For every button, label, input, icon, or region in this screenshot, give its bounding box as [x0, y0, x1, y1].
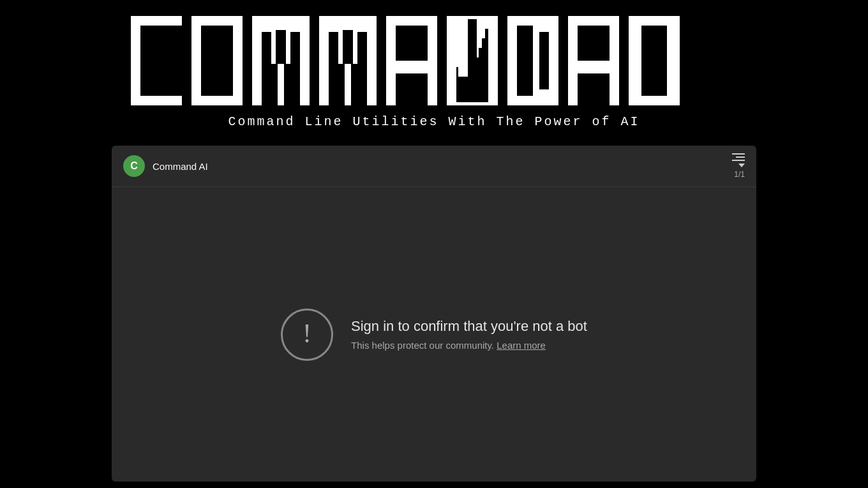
svg-rect-36 — [468, 19, 477, 102]
svg-rect-18 — [276, 30, 286, 64]
svg-rect-26 — [396, 73, 428, 105]
svg-rect-25 — [396, 26, 428, 61]
svg-rect-9 — [140, 26, 182, 57]
main-panel: C Command AI 1/1 ! Sign in to confirm th… — [112, 146, 756, 482]
warning-circle: ! — [281, 309, 333, 361]
avatar: C — [123, 155, 145, 177]
menu-icon[interactable] — [732, 153, 745, 167]
svg-rect-23 — [343, 30, 353, 64]
panel-header: C Command AI 1/1 — [112, 146, 756, 187]
learn-more-link[interactable]: Learn more — [497, 340, 546, 351]
svg-rect-40 — [539, 32, 549, 89]
page-count: 1/1 — [734, 170, 745, 179]
signin-prompt: ! Sign in to confirm that you're not a b… — [281, 309, 587, 361]
channel-name: Command AI — [153, 161, 208, 172]
svg-rect-11 — [140, 57, 182, 64]
header-right: 1/1 — [732, 153, 745, 179]
svg-rect-10 — [140, 64, 182, 96]
svg-rect-45 — [641, 26, 667, 96]
commandai-logo: .L { fill: #ffffff; } .B { fill: #000000… — [128, 13, 740, 112]
exclamation-icon: ! — [303, 320, 311, 347]
signin-subtitle: This helps protect our community. Learn … — [351, 340, 587, 351]
svg-rect-13 — [201, 26, 233, 96]
subtitle: Command Line Utilities With The Power of… — [228, 114, 640, 129]
signin-text-block: Sign in to confirm that you're not a bot… — [351, 318, 587, 351]
panel-body: ! Sign in to confirm that you're not a b… — [112, 187, 756, 482]
signin-title: Sign in to confirm that you're not a bot — [351, 318, 587, 335]
header-section: .L { fill: #ffffff; } .B { fill: #000000… — [0, 0, 868, 147]
svg-rect-43 — [578, 73, 610, 105]
svg-rect-42 — [578, 26, 610, 61]
